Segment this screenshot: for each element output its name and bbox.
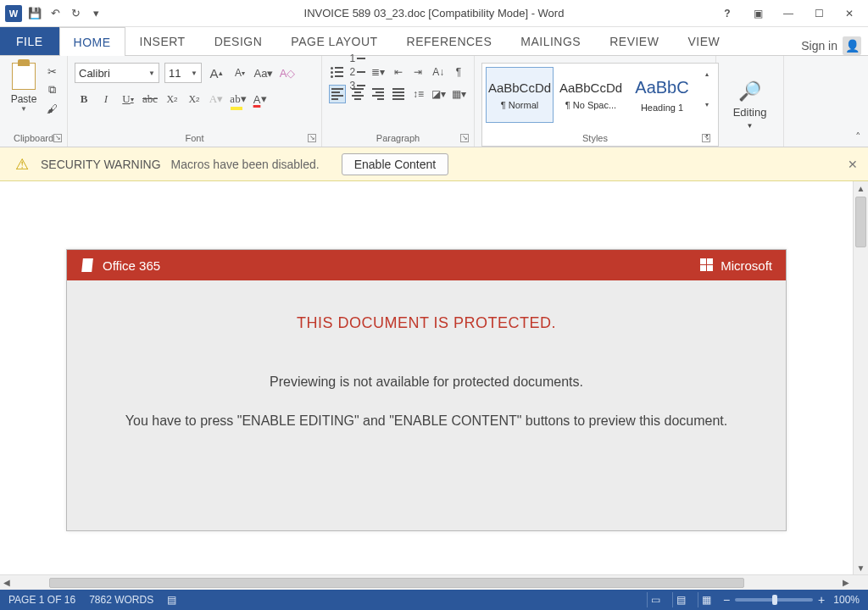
document-banner: Office 365 Microsoft xyxy=(67,250,786,280)
change-case-icon[interactable]: Aa▾ xyxy=(254,64,273,82)
horizontal-scrollbar[interactable]: ◀ ▶ xyxy=(0,574,868,590)
font-launcher-icon[interactable]: ↘ xyxy=(308,134,316,142)
copy-icon[interactable]: ⧉ xyxy=(44,83,59,97)
increase-indent-icon[interactable]: ⇥ xyxy=(409,63,426,81)
zoom-slider[interactable]: − + xyxy=(723,593,825,607)
shading-icon[interactable]: ◪▾ xyxy=(430,85,447,103)
help-icon[interactable]: ? xyxy=(715,3,739,24)
zoom-level[interactable]: 100% xyxy=(833,594,860,606)
zoom-track[interactable] xyxy=(735,598,813,602)
word-app-icon: W xyxy=(5,5,22,22)
editing-button[interactable]: 🔎 Editing ▼ xyxy=(733,80,767,130)
align-center-icon[interactable] xyxy=(349,85,366,103)
minimize-icon[interactable]: — xyxy=(776,3,800,24)
clipboard-launcher-icon[interactable]: ↘ xyxy=(53,134,62,142)
security-warning-bar: ⚠ SECURITY WARNING Macros have been disa… xyxy=(0,147,868,181)
web-layout-icon[interactable]: ▦ xyxy=(698,592,715,607)
bold-button[interactable]: B xyxy=(75,90,93,108)
zoom-in-icon[interactable]: + xyxy=(818,593,825,607)
qat-customize-icon[interactable]: ▾ xyxy=(88,6,103,21)
decrease-indent-icon[interactable]: ⇤ xyxy=(390,63,407,81)
borders-icon[interactable]: ▦▾ xyxy=(450,85,467,103)
scroll-up-icon[interactable]: ▲ xyxy=(854,181,868,195)
justify-icon[interactable] xyxy=(390,85,407,103)
line-spacing-icon[interactable]: ↕≡ xyxy=(410,85,427,103)
tab-references[interactable]: REFERENCES xyxy=(392,26,507,55)
paragraph-launcher-icon[interactable]: ↘ xyxy=(460,134,469,142)
status-words[interactable]: 7862 WORDS xyxy=(89,594,153,606)
enable-content-button[interactable]: Enable Content xyxy=(342,153,449,175)
highlight-color-icon[interactable]: ab▾ xyxy=(229,90,248,108)
paste-button[interactable]: Paste ▼ xyxy=(7,59,41,125)
tab-mailings[interactable]: MAILINGS xyxy=(506,26,595,55)
align-right-icon[interactable] xyxy=(370,85,387,103)
font-size-combo[interactable]: 11 ▼ xyxy=(164,63,202,83)
grow-font-icon[interactable]: A▴ xyxy=(207,64,225,82)
subscript-button[interactable]: X2 xyxy=(163,90,181,108)
group-label-font: Font xyxy=(68,133,321,143)
tab-view[interactable]: VIEW xyxy=(673,26,734,55)
bullets-icon[interactable] xyxy=(329,63,346,81)
style-name: ¶ Normal xyxy=(501,100,538,110)
h-scroll-track[interactable] xyxy=(15,578,837,588)
text-effects-icon[interactable]: A▾ xyxy=(207,90,225,108)
undo-icon[interactable]: ↶ xyxy=(47,6,63,21)
align-left-icon[interactable] xyxy=(329,85,346,103)
group-font: Calibri ▼ 11 ▼ A▴ A▾ Aa▾ A◇ B I U▾ abc X… xyxy=(68,56,322,147)
print-layout-icon[interactable]: ▤ xyxy=(672,592,689,607)
save-icon[interactable]: 💾 xyxy=(27,6,42,21)
scrollbar-thumb[interactable] xyxy=(49,578,744,588)
svg-rect-0 xyxy=(81,258,93,272)
scroll-down-icon[interactable]: ▼ xyxy=(854,561,868,574)
ribbon-display-icon[interactable]: ▣ xyxy=(746,3,770,24)
close-icon[interactable]: ✕ xyxy=(837,3,861,24)
close-warning-icon[interactable]: ✕ xyxy=(848,158,858,171)
sign-in-label: Sign in xyxy=(801,39,837,53)
multilevel-list-icon[interactable]: ≣▾ xyxy=(370,63,387,81)
spellcheck-icon[interactable]: ▤ xyxy=(167,594,176,606)
style-normal[interactable]: AaBbCcDd ¶ Normal xyxy=(486,67,554,123)
show-hide-icon[interactable]: ¶ xyxy=(450,63,467,81)
tab-file[interactable]: FILE xyxy=(0,26,59,55)
status-page[interactable]: PAGE 1 OF 16 xyxy=(8,594,75,606)
numbering-icon[interactable]: 123 xyxy=(349,63,366,81)
format-painter-icon[interactable]: 🖌 xyxy=(44,102,59,115)
clear-formatting-icon[interactable]: A◇ xyxy=(278,64,297,82)
document-canvas[interactable]: Office 365 Microsoft THIS DOCUMENT IS PR… xyxy=(0,181,853,574)
tab-review[interactable]: REVIEW xyxy=(595,26,673,55)
sign-in[interactable]: Sign in 👤 xyxy=(794,36,868,55)
chevron-down-icon: ▼ xyxy=(747,122,754,130)
superscript-button[interactable]: X2 xyxy=(185,90,203,108)
document-line1: Previewing is not available for protecte… xyxy=(92,374,760,390)
maximize-icon[interactable]: ☐ xyxy=(807,3,831,24)
font-name-combo[interactable]: Calibri ▼ xyxy=(75,63,159,83)
style-name: Heading 1 xyxy=(641,103,683,113)
sort-icon[interactable]: A↓ xyxy=(430,63,447,81)
tab-insert[interactable]: INSERT xyxy=(125,26,200,55)
tab-design[interactable]: DESIGN xyxy=(200,26,277,55)
italic-button[interactable]: I xyxy=(97,90,115,108)
tab-page-layout[interactable]: PAGE LAYOUT xyxy=(276,26,392,55)
scroll-right-icon[interactable]: ▶ xyxy=(839,578,853,587)
styles-launcher-icon[interactable]: ↘ xyxy=(702,134,710,142)
zoom-thumb[interactable] xyxy=(772,595,777,605)
redo-icon[interactable]: ↻ xyxy=(68,6,83,21)
svg-rect-1 xyxy=(700,258,706,264)
read-mode-icon[interactable]: ▭ xyxy=(647,592,664,607)
group-label-styles: Styles xyxy=(475,133,715,143)
strikethrough-button[interactable]: abc xyxy=(141,90,159,108)
scroll-left-icon[interactable]: ◀ xyxy=(0,578,14,587)
document-line2: You have to press "ENABLE EDITING" and "… xyxy=(92,413,760,429)
style-no-spacing[interactable]: AaBbCcDd ¶ No Spac... xyxy=(557,67,625,123)
shrink-font-icon[interactable]: A▾ xyxy=(231,64,249,82)
underline-button[interactable]: U▾ xyxy=(119,90,137,108)
scrollbar-thumb[interactable] xyxy=(855,197,866,247)
zoom-out-icon[interactable]: − xyxy=(723,593,730,607)
tab-home[interactable]: HOME xyxy=(59,27,125,56)
styles-more-icon[interactable]: ▴▾▾ xyxy=(699,67,715,142)
font-color-icon[interactable]: A▾ xyxy=(251,90,270,108)
collapse-ribbon-icon[interactable]: ˄ xyxy=(855,130,861,143)
vertical-scrollbar[interactable]: ▲ ▼ xyxy=(853,181,868,574)
style-heading1[interactable]: AaBbC Heading 1 xyxy=(628,67,696,123)
cut-icon[interactable]: ✂ xyxy=(44,64,59,78)
